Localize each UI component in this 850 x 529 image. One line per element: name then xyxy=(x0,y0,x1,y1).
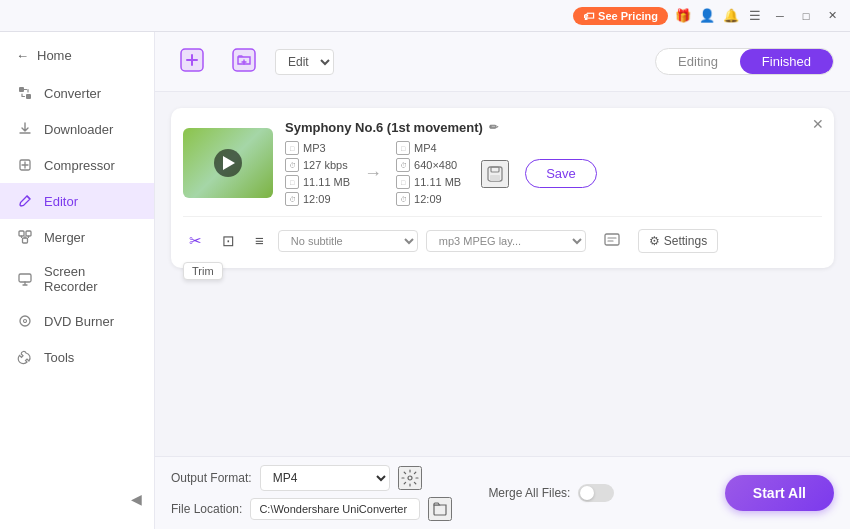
audio-select[interactable]: mp3 MPEG lay... xyxy=(426,230,586,252)
title-edit-icon[interactable]: ✏ xyxy=(489,121,498,134)
main-layout: ← Home Converter Downloader Compressor xyxy=(0,32,850,529)
resolution-icon: ⏱ xyxy=(396,158,410,172)
sidebar: ← Home Converter Downloader Compressor xyxy=(0,32,155,529)
source-format-icon: □ xyxy=(285,141,299,155)
svg-rect-15 xyxy=(490,175,500,181)
svg-rect-5 xyxy=(23,238,28,243)
merge-all-label: Merge All Files: xyxy=(488,486,570,500)
downloader-label: Downloader xyxy=(44,122,113,137)
close-button[interactable]: ✕ xyxy=(822,6,842,26)
target-format-icon: □ xyxy=(396,141,410,155)
save-icon-button[interactable] xyxy=(481,160,509,188)
tab-group: Editing Finished xyxy=(655,48,834,75)
edit-toolbar: ✂ ⊡ ≡ No subtitle mp3 MPEG lay... ⚙ Se xyxy=(183,216,822,256)
media-title-text: Symphony No.6 (1st movement) xyxy=(285,120,483,135)
svg-point-17 xyxy=(408,476,412,480)
sidebar-item-converter[interactable]: Converter xyxy=(0,75,154,111)
screen-recorder-icon xyxy=(16,270,34,288)
toggle-knob xyxy=(580,486,594,500)
source-duration-label: 12:09 xyxy=(303,193,331,205)
source-format-item: □ MP3 xyxy=(285,141,350,155)
minimize-button[interactable]: ─ xyxy=(770,6,790,26)
play-icon xyxy=(223,156,235,170)
bottom-bar: Output Format: MP4 File Location: xyxy=(155,456,850,529)
source-bitrate-item: ⏱ 127 kbps xyxy=(285,158,350,172)
user-icon[interactable]: 👤 xyxy=(698,7,716,25)
file-location-input[interactable] xyxy=(250,498,420,520)
start-all-button[interactable]: Start All xyxy=(725,475,834,511)
see-pricing-button[interactable]: 🏷 See Pricing xyxy=(573,7,668,25)
subtitle-select[interactable]: No subtitle xyxy=(278,230,418,252)
watermark-button[interactable] xyxy=(594,225,630,256)
sidebar-item-editor[interactable]: Editor xyxy=(0,183,154,219)
source-duration-icon: ⏱ xyxy=(285,192,299,206)
source-size-label: 11.11 MB xyxy=(303,176,350,188)
output-format-label: Output Format: xyxy=(171,471,252,485)
browse-folder-button[interactable] xyxy=(428,497,452,521)
tab-finished[interactable]: Finished xyxy=(740,49,833,74)
target-size-label: 11.11 MB xyxy=(414,176,461,188)
back-arrow-icon: ← xyxy=(16,48,29,63)
output-format-select[interactable]: MP4 xyxy=(260,465,390,491)
sidebar-item-downloader[interactable]: Downloader xyxy=(0,111,154,147)
crop-button[interactable]: ⊡ xyxy=(216,228,241,254)
source-size-item: □ 11.11 MB xyxy=(285,175,350,189)
target-size-item: □ 11.11 MB xyxy=(396,175,461,189)
editor-icon xyxy=(16,192,34,210)
menu-icon[interactable]: ☰ xyxy=(746,7,764,25)
merge-all-toggle[interactable] xyxy=(578,484,614,502)
add-folder-button[interactable] xyxy=(223,42,265,81)
media-card: ✕ Symphony No.6 (1st movement) ✏ xyxy=(171,108,834,268)
trim-button[interactable]: ✂ xyxy=(183,228,208,254)
output-format-settings-button[interactable] xyxy=(398,466,422,490)
tab-editing[interactable]: Editing xyxy=(656,49,740,74)
content-scroll: ✕ Symphony No.6 (1st movement) ✏ xyxy=(155,92,850,456)
sidebar-item-screen-recorder[interactable]: Screen Recorder xyxy=(0,255,154,303)
content-area: Edit Editing Finished ✕ xyxy=(155,32,850,529)
bell-icon[interactable]: 🔔 xyxy=(722,7,740,25)
save-button[interactable]: Save xyxy=(525,159,597,188)
settings-button[interactable]: ⚙ Settings xyxy=(638,229,718,253)
play-button[interactable] xyxy=(214,149,242,177)
media-title: Symphony No.6 (1st movement) ✏ xyxy=(285,120,822,135)
target-format-item: □ MP4 xyxy=(396,141,461,155)
svg-point-7 xyxy=(20,316,30,326)
converter-icon xyxy=(16,84,34,102)
title-bar: 🏷 See Pricing 🎁 👤 🔔 ☰ ─ □ ✕ xyxy=(0,0,850,32)
downloader-icon xyxy=(16,120,34,138)
media-card-body: Symphony No.6 (1st movement) ✏ □ MP3 xyxy=(183,120,822,206)
media-info: Symphony No.6 (1st movement) ✏ □ MP3 xyxy=(285,120,822,206)
trim-tooltip: Trim xyxy=(183,262,223,280)
source-duration-item: ⏱ 12:09 xyxy=(285,192,350,206)
svg-rect-1 xyxy=(26,94,31,99)
media-card-close-button[interactable]: ✕ xyxy=(812,116,824,132)
compressor-icon xyxy=(16,156,34,174)
media-thumbnail xyxy=(183,128,273,198)
convert-arrow-icon: → xyxy=(364,163,382,184)
maximize-button[interactable]: □ xyxy=(796,6,816,26)
target-duration-icon: ⏱ xyxy=(396,192,410,206)
adjust-button[interactable]: ≡ xyxy=(249,228,270,253)
dvd-burner-label: DVD Burner xyxy=(44,314,114,329)
collapse-sidebar-button[interactable]: ◀ xyxy=(126,489,146,509)
svg-rect-0 xyxy=(19,87,24,92)
sidebar-item-dvd-burner[interactable]: DVD Burner xyxy=(0,303,154,339)
edit-dropdown[interactable]: Edit xyxy=(275,49,334,75)
bottom-fields: Output Format: MP4 File Location: xyxy=(171,465,452,521)
sidebar-item-tools[interactable]: Tools xyxy=(0,339,154,375)
settings-icon: ⚙ xyxy=(649,234,660,248)
merger-label: Merger xyxy=(44,230,85,245)
target-duration-item: ⏱ 12:09 xyxy=(396,192,461,206)
svg-rect-16 xyxy=(605,234,619,245)
sidebar-item-merger[interactable]: Merger xyxy=(0,219,154,255)
gift-icon[interactable]: 🎁 xyxy=(674,7,692,25)
file-location-label: File Location: xyxy=(171,502,242,516)
output-format-field: Output Format: MP4 xyxy=(171,465,452,491)
converter-label: Converter xyxy=(44,86,101,101)
add-file-button[interactable] xyxy=(171,42,213,81)
target-format-box: □ MP4 ⏱ 640×480 □ 11.11 MB xyxy=(396,141,461,206)
back-to-home[interactable]: ← Home xyxy=(0,40,154,71)
sidebar-item-compressor[interactable]: Compressor xyxy=(0,147,154,183)
tools-label: Tools xyxy=(44,350,74,365)
settings-label: Settings xyxy=(664,234,707,248)
